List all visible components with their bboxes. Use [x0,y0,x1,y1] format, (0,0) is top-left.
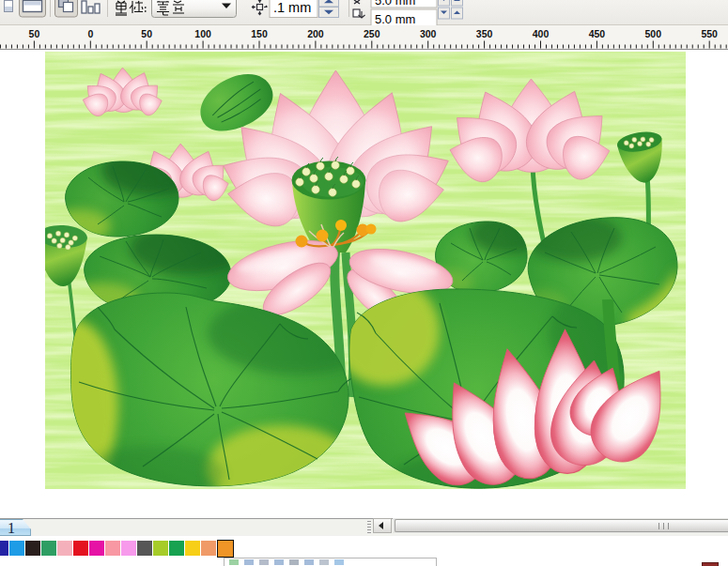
svg-text:150: 150 [251,28,268,39]
svg-text:200: 200 [307,28,324,39]
svg-text:250: 250 [364,28,380,39]
svg-text:500: 500 [645,28,662,39]
svg-text:550: 550 [701,28,718,39]
svg-text:400: 400 [533,28,550,39]
svg-text:0: 0 [87,28,93,39]
svg-text:450: 450 [589,28,606,39]
svg-text:300: 300 [420,28,437,39]
svg-text:100: 100 [194,28,211,39]
svg-text:50: 50 [29,28,40,39]
svg-text:350: 350 [476,28,493,39]
svg-text:50: 50 [141,28,152,39]
